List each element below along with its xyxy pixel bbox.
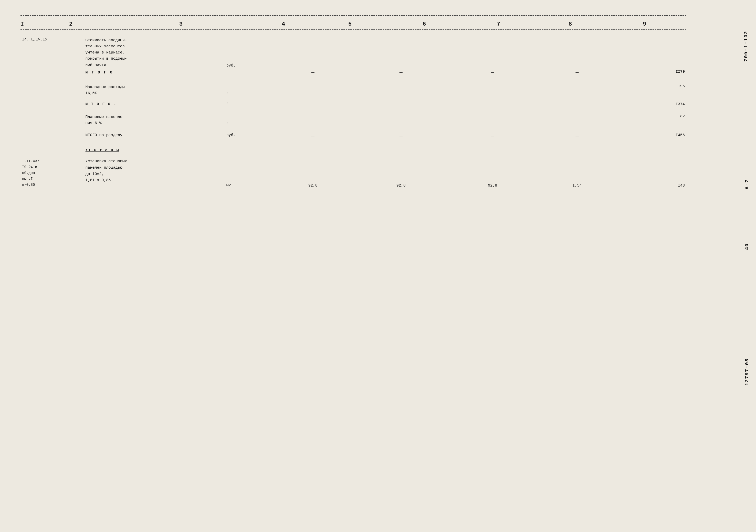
col-header-7: 7	[497, 21, 500, 27]
desc-14-line2: тельных элементов	[86, 44, 125, 49]
desc-14: Стоимость соедини- тельных элементов учт…	[84, 34, 225, 69]
col9-14	[616, 34, 686, 69]
walls-code-line2: I9-24-к	[22, 165, 37, 169]
planned-line2: ния 6 %	[86, 121, 102, 125]
planned-col9: 82	[616, 114, 686, 127]
right-margin-text1: 70б-1-102	[743, 31, 749, 62]
overhead-code	[20, 84, 84, 97]
walls-code-line1: I.ІI-437	[22, 159, 39, 163]
planned-unit: "	[225, 114, 271, 127]
overhead-row: Накладные расходы I6,5% " I95	[20, 84, 686, 97]
walls-desc: Установка стеновых панелей площадью до I…	[84, 157, 225, 189]
total-section-unit: руб.	[225, 132, 271, 140]
desc-14-line4: покрытии в подзем-	[86, 57, 127, 61]
col4-14	[271, 34, 355, 69]
section-14-row: I4. ц.Iч.IУ Стоимость соедини- тельных э…	[20, 34, 686, 69]
itogo-dash-col9: I374	[616, 101, 686, 107]
col-header-6: 6	[422, 21, 426, 27]
xi-header-desc: XI.С т е н ы	[84, 147, 225, 153]
itogo-14-col7: —	[447, 69, 539, 76]
walls-col8: I,54	[538, 157, 616, 189]
overhead-col9: I95	[616, 84, 686, 97]
total-section-col7: —	[447, 132, 539, 140]
right-margin-text3: 40	[744, 243, 750, 250]
itogo-dash-col4	[271, 101, 355, 107]
xi-header-text: XI.С т е н ы	[86, 148, 119, 153]
col-header-4: 4	[282, 21, 285, 27]
column-header-row: I 2 3 4 5 6 7 8 9	[20, 16, 686, 30]
right-margin-text2: А-7	[744, 179, 750, 190]
spacer-2	[20, 97, 686, 101]
planned-line1: Плановые накопле-	[86, 115, 125, 119]
itogo-14-label: И Т О Г О	[84, 69, 225, 76]
planned-col5	[355, 114, 447, 127]
code-14: I4. ц.Iч.IУ	[20, 34, 84, 69]
col-header-8: 8	[569, 21, 572, 27]
overhead-col4	[271, 84, 355, 97]
itogo-dash-unit-text: "	[227, 102, 229, 107]
walls-col5: 92,8	[271, 157, 355, 189]
xi-header-rest	[225, 147, 686, 153]
total-section-desc: ИТОГО по разделу	[84, 132, 225, 140]
total-section-code	[20, 132, 84, 140]
planned-col4	[271, 114, 355, 127]
col7-14	[538, 34, 616, 69]
itogo-14-label-text: И Т О Г О	[86, 70, 113, 75]
xi-header-row: XI.С т е н ы	[20, 147, 686, 153]
spacer-6	[20, 153, 686, 157]
walls-desc-line2: панелей площадью	[86, 165, 122, 170]
walls-col6: 92,8	[355, 157, 447, 189]
col5-14	[355, 34, 447, 69]
planned-desc: Плановые накопле- ния 6 %	[84, 114, 225, 127]
itogo-dash-code	[20, 101, 84, 107]
desc-14-line3: учтена в каркасе,	[86, 50, 125, 55]
col-header-2: 2	[69, 21, 72, 27]
walls-desc-line1: Установка стеновых	[86, 159, 127, 164]
code-14-text: I4. ц.Iч.IУ	[22, 38, 47, 42]
total-section-col9: I456	[616, 132, 686, 140]
spacer-4	[20, 127, 686, 132]
total-section-row: ИТОГО по разделу руб. — — — — I456	[20, 132, 686, 140]
total-section-col5: —	[271, 132, 355, 140]
planned-col7	[538, 114, 616, 127]
walls-col7: 92,8	[447, 157, 539, 189]
unit-14-text: руб.	[227, 63, 236, 68]
overhead-unit-text: "	[227, 92, 229, 96]
planned-code	[20, 114, 84, 127]
overhead-col7	[538, 84, 616, 97]
itogo-14-unit	[225, 69, 271, 76]
itogo-14-code	[20, 69, 84, 76]
spacer-1	[20, 76, 686, 84]
col-header-9: 9	[643, 21, 646, 27]
walls-desc-line3: до IOм2,	[86, 172, 104, 176]
itogo-dash-row: И Т О Г О - " I374	[20, 101, 686, 107]
col-header-5: 5	[348, 21, 352, 27]
spacer-3	[20, 107, 686, 114]
itogo-14-col8: —	[538, 69, 616, 76]
planned-row: Плановые накопле- ния 6 % " 82	[20, 114, 686, 127]
overhead-col6	[447, 84, 539, 97]
walls-code-line5: к-0,85	[22, 183, 35, 187]
col6-14	[447, 34, 539, 69]
main-table: I4. ц.Iч.IУ Стоимость соедини- тельных э…	[20, 34, 686, 189]
walls-code-line4: вып.I	[22, 177, 33, 181]
xi-code	[20, 147, 84, 153]
total-section-col6: —	[355, 132, 447, 140]
desc-14-line5: ной части	[86, 63, 106, 67]
overhead-line2: I6,5%	[86, 91, 97, 95]
spacer-5	[20, 140, 686, 147]
planned-col6	[447, 114, 539, 127]
walls-unit: м2	[225, 157, 271, 189]
total-section-col8: —	[538, 132, 616, 140]
overhead-unit: "	[225, 84, 271, 97]
col-header-1: I	[20, 21, 24, 27]
overhead-col5	[355, 84, 447, 97]
walls-code-line3: об.доп.	[22, 171, 37, 175]
itogo-14-col5: —	[271, 69, 355, 76]
itogo-dash-unit: "	[225, 101, 271, 107]
walls-unit-text: м2	[227, 183, 231, 188]
itogo-dash-col5	[355, 101, 447, 107]
total-section-text: ИТОГО по разделу	[86, 133, 122, 138]
planned-unit-text: "	[227, 122, 229, 126]
overhead-line1: Накладные расходы	[86, 85, 125, 89]
